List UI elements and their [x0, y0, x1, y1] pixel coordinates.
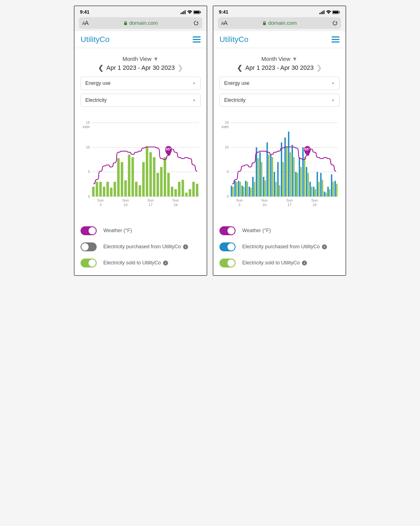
fuel-label: Electricity	[85, 97, 107, 103]
lock-icon	[262, 21, 266, 25]
next-arrow[interactable]: ❯	[316, 64, 322, 72]
svg-rect-34	[153, 157, 156, 197]
logo[interactable]: UtilityCo	[219, 35, 248, 44]
reload-icon[interactable]	[193, 20, 199, 26]
svg-rect-41	[178, 182, 181, 197]
svg-text:24: 24	[174, 203, 178, 207]
svg-rect-76	[236, 182, 237, 197]
legend-label-sold: Electricity sold to UtilityCoi	[103, 259, 168, 266]
svg-rect-105	[288, 132, 289, 197]
svg-rect-29	[135, 182, 138, 197]
svg-rect-7	[124, 23, 127, 25]
info-icon[interactable]: i	[322, 244, 327, 249]
svg-rect-63	[263, 23, 266, 25]
svg-text:Sun: Sun	[286, 198, 293, 202]
svg-rect-27	[128, 155, 130, 196]
fuel-dropdown[interactable]: Electricity▼	[219, 94, 339, 107]
legend-label-purchased: Electricity purchased from UtilityCoi	[242, 243, 327, 250]
menu-icon[interactable]	[332, 36, 339, 43]
svg-rect-20	[103, 187, 105, 197]
toggle-sold[interactable]	[81, 259, 97, 267]
svg-rect-78	[239, 182, 241, 197]
svg-rect-124	[322, 180, 323, 197]
svg-rect-25	[121, 162, 123, 197]
svg-text:65°: 65°	[305, 147, 310, 151]
metric-dropdown[interactable]: Energy use▼	[81, 77, 201, 90]
status-icons	[181, 10, 201, 14]
prev-arrow[interactable]: ❮	[237, 64, 242, 72]
svg-rect-93	[266, 142, 268, 197]
svg-text:3: 3	[238, 203, 240, 207]
legend-label-weather: Weather (°F)	[242, 227, 271, 234]
caret-down-icon: ▼	[331, 98, 335, 102]
text-size-button[interactable]: AA	[82, 19, 88, 27]
view-selector[interactable]: Month View▼	[81, 56, 201, 62]
fuel-label: Electricity	[224, 97, 246, 103]
svg-rect-122	[318, 182, 320, 197]
svg-text:0: 0	[88, 194, 90, 199]
svg-text:Sun: Sun	[122, 198, 129, 202]
view-label: Month View	[122, 56, 151, 62]
toggle-sold[interactable]	[219, 259, 236, 267]
svg-rect-101	[281, 142, 282, 197]
caret-down-icon: ▼	[331, 81, 335, 85]
url-bar[interactable]: AA domain.com	[79, 17, 202, 29]
url-bar[interactable]: AA domain.com	[218, 17, 341, 29]
legend: Weather (°F)Electricity purchased from U…	[219, 226, 339, 267]
svg-rect-123	[320, 173, 322, 197]
svg-text:24: 24	[312, 203, 316, 207]
svg-text:Sun: Sun	[148, 198, 154, 202]
legend-label-sold: Electricity sold to UtilityCoi	[242, 259, 307, 266]
date-range: Apr 1 2023 - Apr 30 2023	[245, 64, 314, 71]
svg-text:15: 15	[86, 120, 90, 125]
legend-row-purchased: Electricity purchased from UtilityCoi	[219, 242, 339, 251]
svg-text:3: 3	[99, 203, 101, 207]
reload-icon[interactable]	[332, 20, 338, 26]
status-time: 9:41	[219, 9, 228, 15]
svg-rect-113	[302, 147, 304, 197]
prev-arrow[interactable]: ❮	[98, 64, 104, 72]
svg-rect-37	[164, 157, 166, 197]
svg-rect-107	[292, 145, 293, 197]
fuel-dropdown[interactable]: Electricity▼	[81, 94, 201, 107]
toggle-weather[interactable]	[81, 226, 97, 235]
legend-label-purchased: Electricity purchased from UtilityCoi	[103, 243, 188, 250]
toggle-purchased[interactable]	[219, 242, 236, 251]
svg-rect-112	[300, 167, 302, 197]
svg-rect-17	[92, 187, 95, 197]
svg-rect-83	[249, 187, 250, 197]
info-icon[interactable]: i	[183, 244, 188, 249]
menu-icon[interactable]	[193, 36, 201, 43]
status-time: 9:41	[80, 9, 89, 15]
svg-rect-90	[261, 162, 262, 197]
app-header: UtilityCo	[74, 31, 207, 48]
toggle-purchased[interactable]	[81, 242, 97, 251]
info-icon[interactable]: i	[302, 260, 307, 266]
svg-text:17: 17	[288, 203, 291, 207]
svg-rect-92	[264, 180, 266, 196]
svg-rect-62	[339, 11, 340, 13]
svg-rect-40	[174, 189, 177, 197]
text-size-button[interactable]: AA	[221, 19, 227, 27]
main-content: Month View▼ ❮ Apr 1 2023 - Apr 30 2023 ❯…	[74, 48, 207, 275]
svg-rect-21	[106, 182, 109, 197]
svg-rect-46	[196, 184, 198, 197]
signal-icon	[181, 10, 186, 14]
wifi-icon	[326, 10, 331, 14]
chart-container: 051015kWhSun3Sun10Sun17Sun2465°	[81, 120, 201, 210]
next-arrow[interactable]: ❯	[178, 64, 183, 72]
metric-dropdown[interactable]: Energy use▼	[219, 77, 339, 90]
phone-right: 9:41 AA domain.com UtilityCoMonth View▼ …	[213, 6, 346, 276]
svg-text:65°: 65°	[166, 147, 171, 151]
view-selector[interactable]: Month View▼	[219, 56, 339, 62]
toggle-weather[interactable]	[219, 226, 236, 235]
usage-chart: 051015kWhSun3Sun10Sun17Sun2465°	[219, 120, 339, 209]
caret-down-icon: ▼	[192, 81, 196, 85]
svg-rect-42	[182, 180, 184, 197]
svg-rect-77	[238, 181, 239, 197]
svg-rect-102	[282, 162, 284, 197]
info-icon[interactable]: i	[163, 260, 168, 266]
caret-down-icon: ▼	[192, 98, 196, 102]
svg-rect-98	[275, 182, 277, 197]
logo[interactable]: UtilityCo	[81, 35, 109, 44]
